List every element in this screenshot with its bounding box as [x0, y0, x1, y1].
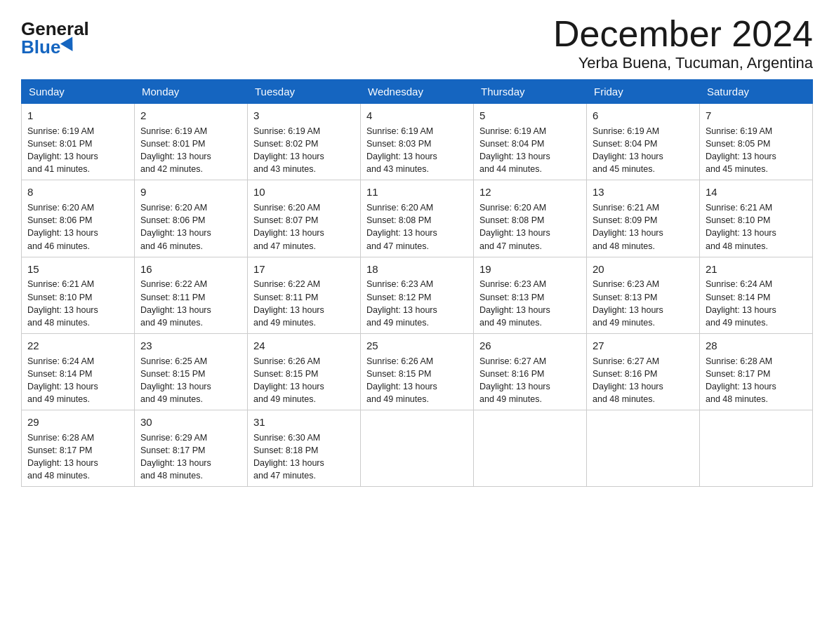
day-number: 3: [253, 108, 355, 123]
day-info: Sunrise: 6:21 AMSunset: 8:10 PMDaylight:…: [706, 203, 776, 250]
day-number: 25: [366, 338, 468, 354]
header-row: Sunday Monday Tuesday Wednesday Thursday…: [22, 80, 813, 104]
calendar-week-row: 22 Sunrise: 6:24 AMSunset: 8:14 PMDaylig…: [22, 333, 813, 410]
day-number: 4: [366, 108, 468, 123]
day-number: 19: [479, 262, 581, 277]
day-info: Sunrise: 6:19 AMSunset: 8:03 PMDaylight:…: [366, 126, 437, 174]
day-number: 13: [593, 185, 694, 200]
calendar-day-cell: 8 Sunrise: 6:20 AMSunset: 8:06 PMDayligh…: [22, 180, 135, 257]
calendar-day-cell: 29 Sunrise: 6:28 AMSunset: 8:17 PMDaylig…: [22, 410, 135, 487]
calendar-day-cell: 4 Sunrise: 6:19 AMSunset: 8:03 PMDayligh…: [361, 104, 474, 180]
day-info: Sunrise: 6:24 AMSunset: 8:14 PMDaylight:…: [27, 356, 98, 404]
calendar-day-cell: 28 Sunrise: 6:28 AMSunset: 8:17 PMDaylig…: [700, 333, 813, 410]
day-number: 14: [706, 185, 807, 200]
day-number: 16: [140, 262, 241, 277]
day-info: Sunrise: 6:19 AMSunset: 8:01 PMDaylight:…: [140, 126, 211, 174]
calendar-day-cell: 26 Sunrise: 6:27 AMSunset: 8:16 PMDaylig…: [474, 333, 587, 410]
day-number: 26: [479, 338, 581, 354]
calendar-day-cell: [361, 410, 474, 487]
day-number: 9: [140, 185, 241, 200]
calendar-day-cell: 12 Sunrise: 6:20 AMSunset: 8:08 PMDaylig…: [474, 180, 587, 257]
day-info: Sunrise: 6:20 AMSunset: 8:06 PMDaylight:…: [27, 203, 98, 250]
location-subtitle: Yerba Buena, Tucuman, Argentina: [553, 54, 813, 72]
calendar-day-cell: 6 Sunrise: 6:19 AMSunset: 8:04 PMDayligh…: [587, 104, 700, 180]
day-number: 21: [706, 262, 807, 277]
day-info: Sunrise: 6:27 AMSunset: 8:16 PMDaylight:…: [593, 356, 663, 404]
calendar-day-cell: 20 Sunrise: 6:23 AMSunset: 8:13 PMDaylig…: [587, 257, 700, 333]
calendar-day-cell: 2 Sunrise: 6:19 AMSunset: 8:01 PMDayligh…: [135, 104, 248, 180]
calendar-day-cell: 31 Sunrise: 6:30 AMSunset: 8:18 PMDaylig…: [248, 410, 361, 487]
calendar-day-cell: 10 Sunrise: 6:20 AMSunset: 8:07 PMDaylig…: [248, 180, 361, 257]
calendar-day-cell: 27 Sunrise: 6:27 AMSunset: 8:16 PMDaylig…: [587, 333, 700, 410]
day-number: 30: [140, 415, 241, 430]
day-number: 24: [253, 338, 355, 354]
day-number: 8: [27, 185, 128, 200]
day-info: Sunrise: 6:19 AMSunset: 8:02 PMDaylight:…: [253, 126, 324, 174]
day-info: Sunrise: 6:20 AMSunset: 8:07 PMDaylight:…: [253, 203, 324, 250]
calendar-day-cell: 9 Sunrise: 6:20 AMSunset: 8:06 PMDayligh…: [135, 180, 248, 257]
calendar-day-cell: 25 Sunrise: 6:26 AMSunset: 8:15 PMDaylig…: [361, 333, 474, 410]
day-info: Sunrise: 6:28 AMSunset: 8:17 PMDaylight:…: [27, 433, 98, 481]
day-info: Sunrise: 6:21 AMSunset: 8:09 PMDaylight:…: [593, 203, 663, 250]
col-thursday: Thursday: [474, 80, 587, 104]
calendar-day-cell: 30 Sunrise: 6:29 AMSunset: 8:17 PMDaylig…: [135, 410, 248, 487]
calendar-day-cell: [587, 410, 700, 487]
calendar-week-row: 1 Sunrise: 6:19 AMSunset: 8:01 PMDayligh…: [22, 104, 813, 180]
col-wednesday: Wednesday: [361, 80, 474, 104]
calendar-day-cell: 22 Sunrise: 6:24 AMSunset: 8:14 PMDaylig…: [22, 333, 135, 410]
day-number: 23: [140, 338, 241, 354]
calendar-day-cell: [474, 410, 587, 487]
calendar-week-row: 15 Sunrise: 6:21 AMSunset: 8:10 PMDaylig…: [22, 257, 813, 333]
day-number: 22: [27, 338, 128, 354]
day-info: Sunrise: 6:29 AMSunset: 8:17 PMDaylight:…: [140, 433, 211, 481]
day-number: 7: [706, 108, 807, 123]
title-section: December 2024 Yerba Buena, Tucuman, Arge…: [553, 14, 813, 72]
calendar-table: Sunday Monday Tuesday Wednesday Thursday…: [21, 79, 813, 487]
calendar-day-cell: 11 Sunrise: 6:20 AMSunset: 8:08 PMDaylig…: [361, 180, 474, 257]
day-info: Sunrise: 6:30 AMSunset: 8:18 PMDaylight:…: [253, 433, 324, 481]
day-info: Sunrise: 6:22 AMSunset: 8:11 PMDaylight:…: [140, 279, 211, 327]
day-info: Sunrise: 6:25 AMSunset: 8:15 PMDaylight:…: [140, 356, 211, 404]
day-info: Sunrise: 6:23 AMSunset: 8:12 PMDaylight:…: [366, 279, 437, 327]
day-info: Sunrise: 6:20 AMSunset: 8:08 PMDaylight:…: [479, 203, 550, 250]
day-number: 2: [140, 108, 241, 123]
day-number: 15: [27, 262, 128, 277]
col-monday: Monday: [135, 80, 248, 104]
col-sunday: Sunday: [22, 80, 135, 104]
day-info: Sunrise: 6:24 AMSunset: 8:14 PMDaylight:…: [706, 279, 776, 327]
day-number: 20: [593, 262, 694, 277]
calendar-day-cell: 16 Sunrise: 6:22 AMSunset: 8:11 PMDaylig…: [135, 257, 248, 333]
calendar-day-cell: 15 Sunrise: 6:21 AMSunset: 8:10 PMDaylig…: [22, 257, 135, 333]
day-info: Sunrise: 6:27 AMSunset: 8:16 PMDaylight:…: [479, 356, 550, 404]
calendar-day-cell: 18 Sunrise: 6:23 AMSunset: 8:12 PMDaylig…: [361, 257, 474, 333]
logo-general-text: General: [21, 20, 89, 38]
day-info: Sunrise: 6:23 AMSunset: 8:13 PMDaylight:…: [479, 279, 550, 327]
page-header: General Blue December 2024 Yerba Buena, …: [21, 14, 813, 72]
day-number: 10: [253, 185, 355, 200]
calendar-day-cell: 24 Sunrise: 6:26 AMSunset: 8:15 PMDaylig…: [248, 333, 361, 410]
logo-blue-text: Blue: [21, 38, 77, 56]
day-number: 28: [706, 338, 807, 354]
day-info: Sunrise: 6:22 AMSunset: 8:11 PMDaylight:…: [253, 279, 324, 327]
day-number: 1: [27, 108, 128, 123]
day-info: Sunrise: 6:19 AMSunset: 8:04 PMDaylight:…: [593, 126, 663, 174]
logo-triangle-icon: [60, 36, 79, 55]
col-saturday: Saturday: [700, 80, 813, 104]
calendar-day-cell: 13 Sunrise: 6:21 AMSunset: 8:09 PMDaylig…: [587, 180, 700, 257]
calendar-day-cell: 19 Sunrise: 6:23 AMSunset: 8:13 PMDaylig…: [474, 257, 587, 333]
day-info: Sunrise: 6:19 AMSunset: 8:05 PMDaylight:…: [706, 126, 776, 174]
month-title: December 2024: [553, 14, 813, 54]
calendar-day-cell: 3 Sunrise: 6:19 AMSunset: 8:02 PMDayligh…: [248, 104, 361, 180]
day-info: Sunrise: 6:19 AMSunset: 8:01 PMDaylight:…: [27, 126, 98, 174]
logo: General Blue: [21, 20, 89, 56]
calendar-week-row: 8 Sunrise: 6:20 AMSunset: 8:06 PMDayligh…: [22, 180, 813, 257]
day-number: 6: [593, 108, 694, 123]
calendar-day-cell: 1 Sunrise: 6:19 AMSunset: 8:01 PMDayligh…: [22, 104, 135, 180]
col-tuesday: Tuesday: [248, 80, 361, 104]
day-number: 12: [479, 185, 581, 200]
day-info: Sunrise: 6:20 AMSunset: 8:08 PMDaylight:…: [366, 203, 437, 250]
calendar-day-cell: 5 Sunrise: 6:19 AMSunset: 8:04 PMDayligh…: [474, 104, 587, 180]
calendar-day-cell: 23 Sunrise: 6:25 AMSunset: 8:15 PMDaylig…: [135, 333, 248, 410]
calendar-day-cell: 17 Sunrise: 6:22 AMSunset: 8:11 PMDaylig…: [248, 257, 361, 333]
calendar-body: 1 Sunrise: 6:19 AMSunset: 8:01 PMDayligh…: [22, 104, 813, 487]
